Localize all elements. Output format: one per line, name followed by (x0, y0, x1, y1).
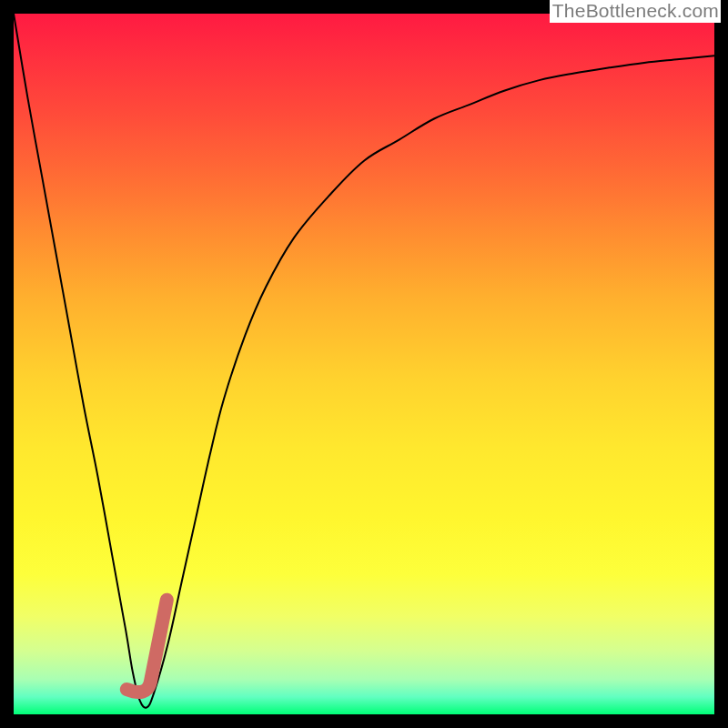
plot-area (14, 14, 714, 714)
chart-stage: TheBottleneck.com (0, 0, 728, 728)
attribution-label: TheBottleneck.com (550, 0, 721, 23)
curve-layer (14, 14, 714, 714)
bottleneck-curve (14, 14, 714, 708)
j-marker-icon (126, 600, 167, 692)
